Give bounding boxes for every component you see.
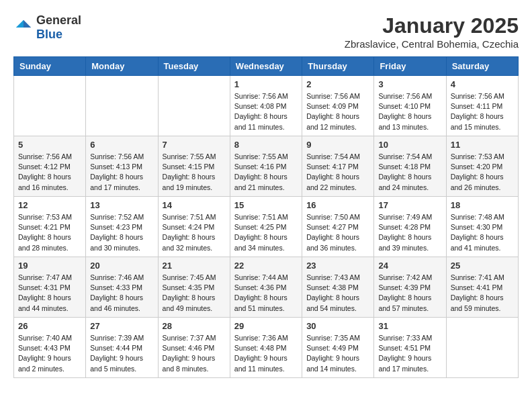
week-row-3: 12Sunrise: 7:53 AM Sunset: 4:21 PM Dayli… bbox=[14, 197, 519, 257]
calendar-cell: 28Sunrise: 7:37 AM Sunset: 4:46 PM Dayli… bbox=[158, 318, 230, 378]
day-info: Sunrise: 7:37 AM Sunset: 4:46 PM Dayligh… bbox=[163, 333, 226, 374]
day-number: 22 bbox=[234, 261, 298, 271]
day-info: Sunrise: 7:53 AM Sunset: 4:20 PM Dayligh… bbox=[451, 152, 514, 193]
day-number: 23 bbox=[306, 261, 369, 271]
day-number: 6 bbox=[90, 140, 153, 150]
day-number: 9 bbox=[306, 140, 369, 150]
calendar-cell: 19Sunrise: 7:47 AM Sunset: 4:31 PM Dayli… bbox=[14, 257, 86, 318]
day-number: 31 bbox=[378, 321, 441, 331]
day-info: Sunrise: 7:56 AM Sunset: 4:08 PM Dayligh… bbox=[234, 91, 298, 132]
logo-blue-text: Blue bbox=[36, 28, 81, 42]
day-number: 7 bbox=[163, 140, 226, 150]
day-info: Sunrise: 7:56 AM Sunset: 4:11 PM Dayligh… bbox=[451, 91, 514, 132]
calendar-cell bbox=[14, 76, 86, 136]
calendar-cell: 29Sunrise: 7:36 AM Sunset: 4:48 PM Dayli… bbox=[230, 318, 302, 378]
day-number: 25 bbox=[451, 261, 514, 271]
calendar-cell bbox=[446, 318, 518, 378]
day-info: Sunrise: 7:55 AM Sunset: 4:15 PM Dayligh… bbox=[163, 152, 226, 193]
day-header-saturday: Saturday bbox=[446, 57, 518, 76]
logo-icon bbox=[13, 17, 34, 38]
day-number: 21 bbox=[163, 261, 226, 271]
calendar-cell: 31Sunrise: 7:33 AM Sunset: 4:51 PM Dayli… bbox=[374, 318, 446, 378]
calendar-cell: 15Sunrise: 7:51 AM Sunset: 4:25 PM Dayli… bbox=[230, 197, 302, 257]
day-number: 27 bbox=[90, 321, 153, 331]
calendar-cell: 2Sunrise: 7:56 AM Sunset: 4:09 PM Daylig… bbox=[302, 76, 374, 136]
day-info: Sunrise: 7:51 AM Sunset: 4:24 PM Dayligh… bbox=[163, 212, 226, 253]
calendar-cell: 22Sunrise: 7:44 AM Sunset: 4:36 PM Dayli… bbox=[230, 257, 302, 318]
location: Zbraslavice, Central Bohemia, Czechia bbox=[345, 38, 519, 50]
week-row-5: 26Sunrise: 7:40 AM Sunset: 4:43 PM Dayli… bbox=[14, 318, 519, 378]
day-info: Sunrise: 7:39 AM Sunset: 4:44 PM Dayligh… bbox=[90, 333, 153, 374]
day-info: Sunrise: 7:45 AM Sunset: 4:35 PM Dayligh… bbox=[163, 273, 226, 314]
calendar-cell: 25Sunrise: 7:41 AM Sunset: 4:41 PM Dayli… bbox=[446, 257, 518, 318]
logo-text: General Blue bbox=[36, 13, 81, 42]
day-info: Sunrise: 7:54 AM Sunset: 4:17 PM Dayligh… bbox=[306, 152, 369, 193]
calendar-cell bbox=[158, 76, 230, 136]
calendar-cell: 8Sunrise: 7:55 AM Sunset: 4:16 PM Daylig… bbox=[230, 136, 302, 197]
calendar-cell: 14Sunrise: 7:51 AM Sunset: 4:24 PM Dayli… bbox=[158, 197, 230, 257]
calendar-cell: 18Sunrise: 7:48 AM Sunset: 4:30 PM Dayli… bbox=[446, 197, 518, 257]
logo-general-text: General bbox=[36, 13, 81, 28]
calendar-cell: 16Sunrise: 7:50 AM Sunset: 4:27 PM Dayli… bbox=[302, 197, 374, 257]
day-number: 11 bbox=[451, 140, 514, 150]
calendar-cell: 9Sunrise: 7:54 AM Sunset: 4:17 PM Daylig… bbox=[302, 136, 374, 197]
day-info: Sunrise: 7:50 AM Sunset: 4:27 PM Dayligh… bbox=[306, 212, 369, 253]
day-info: Sunrise: 7:56 AM Sunset: 4:09 PM Dayligh… bbox=[306, 91, 369, 132]
calendar-cell bbox=[86, 76, 158, 136]
day-info: Sunrise: 7:46 AM Sunset: 4:33 PM Dayligh… bbox=[90, 273, 153, 314]
calendar-cell: 27Sunrise: 7:39 AM Sunset: 4:44 PM Dayli… bbox=[86, 318, 158, 378]
day-number: 24 bbox=[378, 261, 441, 271]
header-row: SundayMondayTuesdayWednesdayThursdayFrid… bbox=[14, 57, 519, 76]
day-number: 1 bbox=[234, 79, 298, 89]
day-info: Sunrise: 7:35 AM Sunset: 4:49 PM Dayligh… bbox=[306, 333, 369, 374]
day-number: 13 bbox=[90, 200, 153, 210]
day-header-monday: Monday bbox=[86, 57, 158, 76]
day-header-thursday: Thursday bbox=[302, 57, 374, 76]
day-header-sunday: Sunday bbox=[14, 57, 86, 76]
week-row-2: 5Sunrise: 7:56 AM Sunset: 4:12 PM Daylig… bbox=[14, 136, 519, 197]
day-number: 17 bbox=[378, 200, 441, 210]
month-title: January 2025 bbox=[345, 13, 519, 38]
calendar-cell: 11Sunrise: 7:53 AM Sunset: 4:20 PM Dayli… bbox=[446, 136, 518, 197]
day-info: Sunrise: 7:41 AM Sunset: 4:41 PM Dayligh… bbox=[451, 273, 514, 314]
logo: General Blue bbox=[13, 13, 81, 42]
calendar-cell: 23Sunrise: 7:43 AM Sunset: 4:38 PM Dayli… bbox=[302, 257, 374, 318]
day-info: Sunrise: 7:56 AM Sunset: 4:10 PM Dayligh… bbox=[378, 91, 441, 132]
day-info: Sunrise: 7:55 AM Sunset: 4:16 PM Dayligh… bbox=[234, 152, 298, 193]
day-number: 28 bbox=[163, 321, 226, 331]
calendar-table: SundayMondayTuesdayWednesdayThursdayFrid… bbox=[13, 56, 519, 378]
calendar-cell: 5Sunrise: 7:56 AM Sunset: 4:12 PM Daylig… bbox=[14, 136, 86, 197]
day-header-friday: Friday bbox=[374, 57, 446, 76]
calendar-cell: 13Sunrise: 7:52 AM Sunset: 4:23 PM Dayli… bbox=[86, 197, 158, 257]
day-info: Sunrise: 7:43 AM Sunset: 4:38 PM Dayligh… bbox=[306, 273, 369, 314]
day-number: 8 bbox=[234, 140, 298, 150]
day-number: 26 bbox=[18, 321, 81, 331]
day-info: Sunrise: 7:42 AM Sunset: 4:39 PM Dayligh… bbox=[378, 273, 441, 314]
day-header-wednesday: Wednesday bbox=[230, 57, 302, 76]
day-number: 19 bbox=[18, 261, 81, 271]
day-info: Sunrise: 7:56 AM Sunset: 4:12 PM Dayligh… bbox=[18, 152, 81, 193]
day-info: Sunrise: 7:33 AM Sunset: 4:51 PM Dayligh… bbox=[378, 333, 441, 374]
day-info: Sunrise: 7:49 AM Sunset: 4:28 PM Dayligh… bbox=[378, 212, 441, 253]
calendar-cell: 20Sunrise: 7:46 AM Sunset: 4:33 PM Dayli… bbox=[86, 257, 158, 318]
header: General Blue January 2025 Zbraslavice, C… bbox=[13, 13, 519, 50]
day-info: Sunrise: 7:36 AM Sunset: 4:48 PM Dayligh… bbox=[234, 333, 298, 374]
calendar-cell: 4Sunrise: 7:56 AM Sunset: 4:11 PM Daylig… bbox=[446, 76, 518, 136]
day-number: 20 bbox=[90, 261, 153, 271]
title-area: January 2025 Zbraslavice, Central Bohemi… bbox=[345, 13, 519, 50]
day-info: Sunrise: 7:52 AM Sunset: 4:23 PM Dayligh… bbox=[90, 212, 153, 253]
day-header-tuesday: Tuesday bbox=[158, 57, 230, 76]
day-number: 14 bbox=[163, 200, 226, 210]
day-info: Sunrise: 7:40 AM Sunset: 4:43 PM Dayligh… bbox=[18, 333, 81, 374]
calendar-cell: 12Sunrise: 7:53 AM Sunset: 4:21 PM Dayli… bbox=[14, 197, 86, 257]
day-number: 10 bbox=[378, 140, 441, 150]
day-info: Sunrise: 7:47 AM Sunset: 4:31 PM Dayligh… bbox=[18, 273, 81, 314]
week-row-4: 19Sunrise: 7:47 AM Sunset: 4:31 PM Dayli… bbox=[14, 257, 519, 318]
calendar-cell: 3Sunrise: 7:56 AM Sunset: 4:10 PM Daylig… bbox=[374, 76, 446, 136]
svg-marker-0 bbox=[24, 20, 31, 28]
calendar-cell: 6Sunrise: 7:56 AM Sunset: 4:13 PM Daylig… bbox=[86, 136, 158, 197]
calendar-cell: 17Sunrise: 7:49 AM Sunset: 4:28 PM Dayli… bbox=[374, 197, 446, 257]
day-number: 5 bbox=[18, 140, 81, 150]
week-row-1: 1Sunrise: 7:56 AM Sunset: 4:08 PM Daylig… bbox=[14, 76, 519, 136]
calendar-cell: 24Sunrise: 7:42 AM Sunset: 4:39 PM Dayli… bbox=[374, 257, 446, 318]
